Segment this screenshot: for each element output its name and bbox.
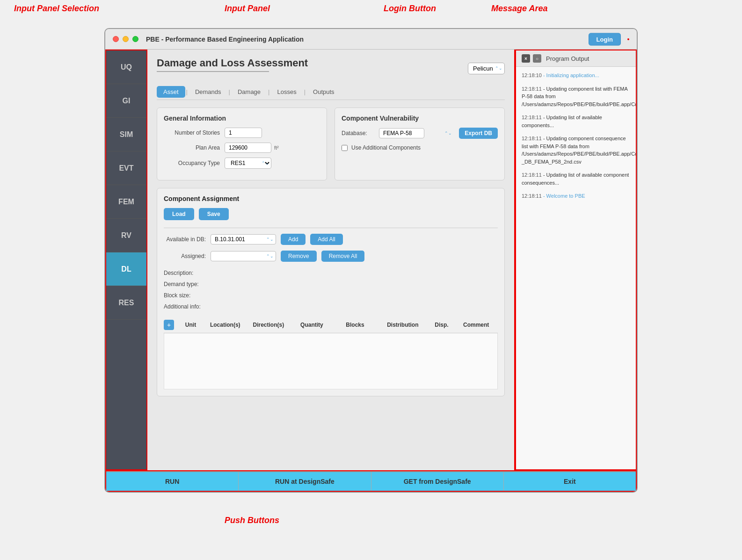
occupancy-select-wrap: RES1 RES2 COM1 bbox=[225, 158, 271, 169]
col-disp-header: Disp. bbox=[429, 322, 454, 328]
maximize-button[interactable] bbox=[132, 36, 138, 42]
run-button[interactable]: RUN bbox=[106, 472, 239, 491]
use-additional-checkbox[interactable] bbox=[342, 145, 348, 151]
description-line: Description: bbox=[164, 267, 498, 279]
sidebar-item-res[interactable]: RES bbox=[106, 286, 146, 320]
available-row: Available in DB: B.10.31.001 B.10.31.002… bbox=[164, 234, 498, 245]
use-additional-row: Use Additional Components bbox=[342, 144, 498, 151]
add-button[interactable]: Add bbox=[281, 234, 306, 245]
sidebar-item-gi[interactable]: GI bbox=[106, 84, 146, 118]
message-area: × ○ Program Output 12:18:10 - Initializi… bbox=[515, 50, 637, 470]
exit-button[interactable]: Exit bbox=[504, 472, 636, 491]
plan-area-input[interactable] bbox=[225, 143, 271, 153]
msg-icon-circle[interactable]: ○ bbox=[533, 54, 541, 63]
remove-button[interactable]: Remove bbox=[281, 251, 317, 262]
load-button[interactable]: Load bbox=[164, 208, 194, 220]
minimize-button[interactable] bbox=[123, 36, 129, 42]
additional-info-line: Additional info: bbox=[164, 301, 498, 312]
app-title: PBE - Performance Based Engineering Appl… bbox=[146, 36, 304, 43]
assigned-row: Assigned: Remove Remove All bbox=[164, 251, 498, 262]
db-select-wrap: FEMA P-58 Hazus MH bbox=[379, 128, 454, 138]
occupancy-select[interactable]: RES1 RES2 COM1 bbox=[225, 158, 271, 169]
col-loc-header: Location(s) bbox=[204, 322, 247, 328]
msg-entry-4: 12:18:11 - Updating list of available co… bbox=[522, 171, 630, 187]
msg-link-5[interactable]: - Welcome to PBE bbox=[543, 193, 585, 199]
ann-login-button-label: Login Button bbox=[384, 4, 436, 14]
msg-header: × ○ Program Output bbox=[516, 50, 636, 67]
tab-losses[interactable]: Losses bbox=[270, 86, 303, 98]
remove-all-button[interactable]: Remove All bbox=[321, 251, 365, 262]
close-button[interactable] bbox=[113, 36, 119, 42]
occupancy-row: Occupancy Type RES1 RES2 COM1 bbox=[164, 158, 320, 169]
input-panel: Damage and Loss Assessment Pelicun Asset… bbox=[147, 50, 515, 470]
available-select[interactable]: B.10.31.001 B.10.31.002 bbox=[211, 234, 276, 244]
msg-body: 12:18:10 - Initializing application... 1… bbox=[516, 67, 636, 469]
bottom-buttons: RUN RUN at DesignSafe GET from DesignSaf… bbox=[106, 471, 636, 491]
add-row-button[interactable]: + bbox=[164, 320, 174, 330]
panel-title: Damage and Loss Assessment bbox=[157, 57, 308, 69]
tabs-row: Asset | Demands | Damage | Losses | Outp… bbox=[157, 86, 505, 100]
plan-area-label: Plan Area bbox=[164, 144, 225, 151]
db-select[interactable]: FEMA P-58 Hazus MH bbox=[379, 128, 424, 138]
msg-time-4: 12:18:11 bbox=[522, 172, 542, 178]
general-info-box: General Information Number of Stories Pl… bbox=[157, 108, 327, 180]
load-save-row: Load Save bbox=[164, 208, 498, 220]
comp-table-body bbox=[164, 333, 498, 389]
demand-type-line: Demand type: bbox=[164, 279, 498, 290]
col-dir-header: Direction(s) bbox=[247, 322, 291, 328]
col-blk-header: Blocks bbox=[334, 322, 377, 328]
separator-line bbox=[164, 228, 498, 228]
plan-area-row: Plan Area ft² bbox=[164, 143, 320, 153]
assigned-select[interactable] bbox=[211, 251, 276, 261]
ann-push-buttons-label: Push Buttons bbox=[225, 516, 279, 525]
sidebar-item-fem[interactable]: FEM bbox=[106, 185, 146, 219]
col-qty-header: Quantity bbox=[290, 322, 334, 328]
app-window: PBE - Performance Based Engineering Appl… bbox=[104, 28, 638, 493]
stories-input[interactable] bbox=[225, 128, 262, 138]
col-comm-header: Comment bbox=[454, 322, 498, 328]
sidebar-item-evt[interactable]: EVT bbox=[106, 151, 146, 185]
tab-outputs[interactable]: Outputs bbox=[306, 86, 341, 98]
sidebar-item-uq[interactable]: UQ bbox=[106, 50, 146, 84]
main-layout: UQ GI SIM EVT FEM RV DL RES Damage and L… bbox=[105, 50, 637, 470]
sidebar-item-sim[interactable]: SIM bbox=[106, 118, 146, 151]
ann-message-area-label: Message Area bbox=[491, 4, 547, 14]
available-label: Available in DB: bbox=[164, 236, 206, 243]
col-unit-header: Unit bbox=[178, 322, 204, 328]
save-button[interactable]: Save bbox=[199, 208, 229, 220]
msg-link-0[interactable]: - Initializing application... bbox=[543, 72, 599, 78]
msg-icon-close[interactable]: × bbox=[522, 54, 530, 63]
sidebar-item-dl[interactable]: DL bbox=[106, 252, 146, 286]
msg-entry-0: 12:18:10 - Initializing application... bbox=[522, 72, 630, 79]
bottom-bar: RUN RUN at DesignSafe GET from DesignSaf… bbox=[105, 470, 637, 492]
tab-sep-2: | bbox=[229, 88, 230, 95]
db-label: Database: bbox=[342, 130, 374, 136]
add-all-button[interactable]: Add All bbox=[310, 234, 342, 245]
assigned-label: Assigned: bbox=[164, 253, 206, 259]
msg-time-3: 12:18:11 bbox=[522, 136, 542, 141]
title-bar: PBE - Performance Based Engineering Appl… bbox=[105, 29, 637, 50]
stories-label: Number of Stories bbox=[164, 129, 225, 136]
tab-damage[interactable]: Damage bbox=[231, 86, 267, 98]
tab-sep-4: | bbox=[304, 88, 306, 95]
get-designsafe-button[interactable]: GET from DesignSafe bbox=[371, 472, 504, 491]
comp-table-header: + Unit Location(s) Direction(s) Quantity… bbox=[164, 320, 498, 333]
assigned-select-wrap bbox=[211, 251, 276, 261]
method-select[interactable]: Pelicun bbox=[468, 63, 505, 74]
login-button[interactable]: Login bbox=[589, 33, 621, 45]
comp-vulnerability-box: Component Vulnerability Database: FEMA P… bbox=[335, 108, 505, 180]
tab-demands[interactable]: Demands bbox=[189, 86, 228, 98]
login-button-wrapper: Login bbox=[627, 38, 629, 40]
block-size-line: Block size: bbox=[164, 290, 498, 301]
description-block: Description: Demand type: Block size: Ad… bbox=[164, 267, 498, 312]
sidebar-item-rv[interactable]: RV bbox=[106, 219, 146, 252]
tab-asset[interactable]: Asset bbox=[157, 86, 185, 98]
ann-input-panel-label: Input Panel bbox=[225, 4, 270, 14]
run-designsafe-button[interactable]: RUN at DesignSafe bbox=[239, 472, 371, 491]
general-info-title: General Information bbox=[164, 115, 320, 122]
occupancy-label: Occupancy Type bbox=[164, 160, 225, 166]
export-db-button[interactable]: Export DB bbox=[459, 128, 498, 139]
tab-sep-1: | bbox=[186, 88, 188, 95]
panel-header: Damage and Loss Assessment Pelicun bbox=[157, 57, 505, 79]
msg-time-5: 12:18:11 bbox=[522, 193, 542, 199]
